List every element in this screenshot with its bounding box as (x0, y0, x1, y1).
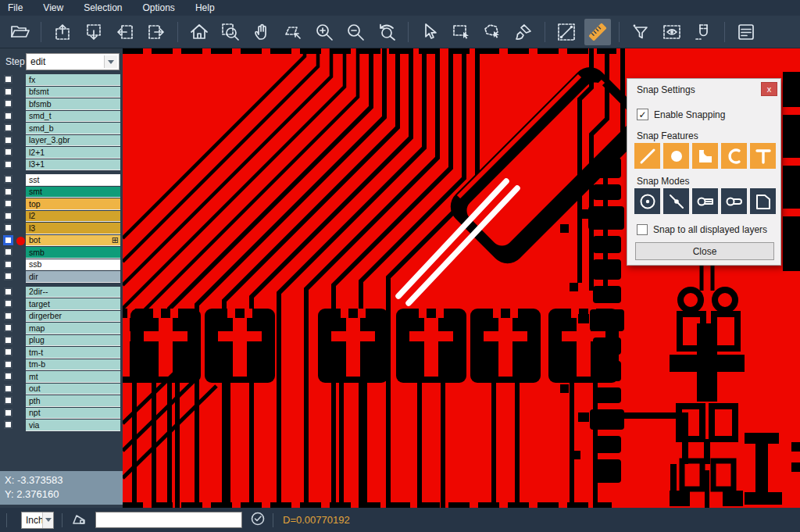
layer-row[interactable]: layer_3.gbr (0, 135, 123, 147)
snap-key-open-icon[interactable] (721, 188, 747, 214)
layer-row[interactable]: smt (0, 187, 123, 198)
layer-visibility-checkbox[interactable] (4, 312, 12, 320)
close-button[interactable]: Close (635, 242, 774, 260)
close-icon[interactable]: x (761, 82, 777, 96)
layer-label[interactable]: out (26, 384, 120, 395)
layer-visibility-checkbox[interactable] (4, 223, 12, 232)
units-dropdown[interactable]: Inch (21, 512, 54, 529)
layer-visibility-checkbox[interactable] (4, 272, 12, 280)
layer-visibility-checkbox[interactable] (4, 360, 12, 369)
layer-row[interactable]: dir (0, 271, 123, 283)
layer-row[interactable]: pth (0, 395, 123, 407)
select-rectangle-icon[interactable] (448, 19, 474, 45)
snap-arc-icon[interactable] (721, 143, 747, 169)
layer-visibility-checkbox[interactable] (4, 384, 12, 393)
layer-row[interactable]: mt (0, 371, 123, 383)
layer-visibility-checkbox[interactable] (4, 199, 12, 208)
layer-visibility-checkbox[interactable] (4, 87, 12, 96)
layer-label[interactable]: tm-b (26, 359, 120, 371)
layer-row[interactable]: via (0, 420, 123, 431)
select-polygon-icon[interactable] (479, 19, 505, 45)
layer-row[interactable]: tm-t (0, 347, 123, 359)
pan-down-icon[interactable] (80, 19, 107, 45)
enable-snapping-checkbox[interactable]: ✓ (637, 109, 648, 120)
layer-visibility-checkbox[interactable] (4, 112, 12, 120)
quick-command-input[interactable] (95, 512, 242, 528)
layer-row-active[interactable]: bot⊞ (0, 235, 123, 247)
layer-label[interactable]: l3+1 (26, 159, 120, 171)
layer-visibility-checkbox[interactable] (4, 323, 12, 332)
menu-help[interactable]: Help (195, 2, 215, 13)
layer-label[interactable]: top (26, 198, 120, 210)
layer-label[interactable]: smb (26, 247, 120, 259)
layer-visibility-checkbox[interactable] (4, 212, 12, 220)
layer-label[interactable]: layer_3.gbr (26, 135, 120, 147)
brush-icon[interactable] (510, 19, 537, 45)
layer-label[interactable]: dir (26, 271, 120, 283)
layer-visibility-checkbox[interactable] (4, 187, 12, 196)
layer-visibility-checkbox[interactable] (4, 348, 12, 356)
layer-label[interactable]: mt (26, 371, 120, 383)
layer-visibility-checkbox[interactable] (4, 123, 12, 132)
pan-hand-icon[interactable] (248, 19, 275, 45)
layer-label[interactable]: tm-t (26, 347, 120, 359)
layer-visibility-checkbox[interactable] (4, 236, 12, 245)
layer-row[interactable]: dirgerber (0, 311, 123, 323)
layer-label[interactable]: via (26, 420, 120, 431)
open-folder-icon[interactable] (6, 19, 33, 45)
snap-surface-icon[interactable] (692, 143, 718, 169)
apply-check-icon[interactable] (250, 511, 266, 530)
layer-visibility-checkbox[interactable] (4, 420, 12, 429)
layer-visibility-checkbox[interactable] (4, 248, 12, 256)
snap-contour-icon[interactable] (750, 188, 776, 214)
layer-visibility-checkbox[interactable] (4, 396, 12, 405)
layer-label[interactable]: l2 (26, 211, 120, 223)
layer-row[interactable]: l3 (0, 223, 123, 234)
snap-nearest-icon[interactable] (663, 188, 689, 214)
layer-label[interactable]: l2+1 (26, 147, 120, 159)
layer-label[interactable]: smt (26, 187, 120, 198)
layer-row[interactable]: npt (0, 408, 123, 420)
layer-label[interactable]: bfsmt (26, 87, 120, 98)
layer-visibility-checkbox[interactable] (4, 336, 12, 345)
layer-label[interactable]: 2dir-- (26, 287, 120, 298)
layer-label[interactable]: npt (26, 408, 120, 420)
snap-key-closed-icon[interactable] (692, 188, 718, 214)
layer-label[interactable]: plug (26, 335, 120, 347)
menu-options[interactable]: Options (143, 2, 175, 13)
layer-row[interactable]: l3+1 (0, 159, 123, 171)
layer-label[interactable]: fx (26, 74, 120, 86)
layer-visibility-checkbox[interactable] (4, 299, 12, 308)
zoom-previous-icon[interactable] (373, 19, 400, 45)
filter-icon[interactable] (627, 19, 654, 45)
layer-label[interactable]: smd_b (26, 123, 120, 134)
layer-label[interactable]: map (26, 323, 120, 334)
layer-row[interactable]: fx (0, 74, 123, 86)
pan-left-icon[interactable] (112, 19, 138, 45)
snap-text-icon[interactable] (750, 143, 776, 169)
layer-row[interactable]: out (0, 384, 123, 395)
layer-row[interactable]: map (0, 323, 123, 334)
measure-line-icon[interactable] (553, 19, 580, 45)
grid-icon[interactable]: ⊞ (112, 236, 119, 245)
snap-magnet-icon[interactable] (690, 19, 716, 45)
chevron-down-icon[interactable] (104, 55, 117, 68)
menu-selection[interactable]: Selection (84, 2, 122, 13)
layer-label[interactable]: bfsmb (26, 98, 120, 110)
layer-label[interactable]: pth (26, 395, 120, 407)
layer-label[interactable]: l3 (26, 223, 120, 234)
layer-visibility-checkbox[interactable] (4, 372, 12, 380)
snap-circle-icon[interactable] (663, 143, 689, 169)
pan-right-icon[interactable] (143, 19, 170, 45)
select-arrow-icon[interactable] (416, 19, 443, 45)
home-view-icon[interactable] (186, 19, 212, 45)
zoom-out-icon[interactable] (342, 19, 369, 45)
layer-visibility-checkbox[interactable] (4, 409, 12, 417)
zoom-polygon-icon[interactable] (280, 19, 306, 45)
layer-label[interactable]: dirgerber (26, 311, 120, 323)
menu-file[interactable]: File (8, 2, 23, 13)
snap-center-icon[interactable] (634, 188, 660, 214)
pan-up-icon[interactable] (49, 19, 76, 45)
layer-label[interactable]: target (26, 298, 120, 310)
layer-row[interactable]: ssb (0, 259, 123, 271)
